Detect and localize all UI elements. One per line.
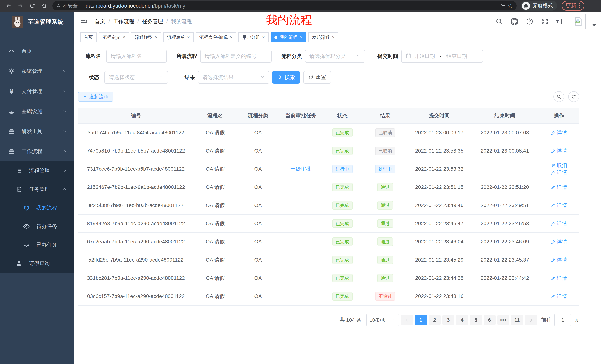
key-icon[interactable] — [500, 3, 505, 9]
sidebar-item-briefcase[interactable]: 工作流程 — [0, 141, 74, 161]
sidebar-item-eye[interactable]: 待办任务 — [0, 217, 74, 236]
detail-link[interactable]: 详情 — [551, 275, 567, 282]
sidebar-item-eye-closed[interactable]: 已办任务 — [0, 236, 74, 254]
font-size-icon[interactable]: тT — [556, 17, 565, 26]
cell-actions: 详情 — [539, 178, 579, 196]
app-logo[interactable]: 芋道管理系统 — [0, 11, 74, 32]
jump-page-input[interactable]: 1 — [554, 314, 571, 326]
close-icon[interactable]: × — [123, 35, 125, 40]
detail-link[interactable]: 详情 — [551, 202, 567, 209]
sidebar-item-toolbox[interactable]: 研发工具 — [0, 121, 74, 141]
page-button[interactable]: 3 — [442, 315, 454, 325]
breadcrumb-item[interactable]: 首页 — [95, 19, 105, 24]
status-select[interactable]: 请选择状态 — [104, 71, 168, 84]
user-icon — [15, 259, 23, 268]
tab[interactable]: 流程表单 × — [163, 32, 193, 42]
detail-link[interactable]: 详情 — [551, 184, 567, 191]
cell-submit-time: 2022-01-22 23:53:35 — [408, 142, 471, 160]
tab[interactable]: 我的流程 × — [271, 32, 306, 42]
avatar-dropdown-icon[interactable] — [592, 24, 597, 27]
cell-category: OA — [237, 251, 279, 269]
breadcrumb-item[interactable]: 工作流程 — [113, 19, 134, 24]
category-select[interactable]: 请选择流程分类 — [305, 50, 365, 63]
detail-link[interactable]: 详情 — [551, 147, 567, 154]
page-size-select[interactable]: 10条/页 — [366, 314, 399, 326]
cell-category: OA — [237, 287, 279, 305]
tab[interactable]: 流程定义 × — [99, 32, 129, 42]
prev-page-button[interactable] — [401, 315, 413, 325]
cell-result: 通过 — [362, 251, 408, 269]
page-button[interactable]: 5 — [470, 315, 482, 325]
cell-result: 通过 — [362, 233, 408, 251]
close-icon[interactable]: × — [262, 35, 265, 40]
help-icon[interactable] — [525, 17, 534, 26]
page-button[interactable]: 2 — [429, 315, 441, 325]
browser-update-button[interactable]: 更新 — [562, 1, 584, 10]
forward-icon[interactable] — [15, 1, 26, 10]
menu-label: 任务管理 — [29, 186, 59, 193]
cell-actions: 取消 详情 — [539, 160, 579, 178]
sidebar-item-tree[interactable]: 任务管理 — [0, 180, 74, 199]
detail-link[interactable]: 详情 — [551, 220, 567, 227]
tab[interactable]: 首页 — [80, 32, 97, 42]
close-icon[interactable]: × — [155, 35, 158, 40]
close-icon[interactable]: × — [332, 35, 335, 40]
breadcrumb-item[interactable]: 我的流程 — [171, 19, 192, 24]
search-button[interactable]: 搜索 — [272, 71, 300, 84]
process-definition-input[interactable]: 请输入流程定义的编号 — [200, 50, 271, 63]
tab[interactable]: 发起流程 × — [308, 32, 338, 42]
sidebar-item-dashboard[interactable]: 首页 — [0, 41, 74, 61]
home-icon[interactable] — [39, 1, 50, 10]
detail-link[interactable]: 详情 — [551, 293, 567, 300]
current-task-link[interactable]: 一级审批 — [290, 166, 311, 172]
submit-time-range-picker[interactable]: 开始日期 - 结束日期 — [401, 50, 483, 63]
bookmark-star-icon[interactable]: ☆ — [508, 2, 513, 9]
detail-link[interactable]: 详情 — [551, 129, 567, 136]
more-pages-button[interactable]: ••• — [497, 315, 509, 325]
sidebar-item-monitor[interactable]: 基础设施 — [0, 101, 74, 121]
page-button[interactable]: 6 — [484, 315, 496, 325]
page-button[interactable]: 4 — [456, 315, 468, 325]
page-button[interactable]: 1 — [415, 315, 427, 325]
fullscreen-icon[interactable] — [541, 17, 549, 26]
cell-process-name: OA 请假 — [194, 233, 237, 251]
breadcrumb-item[interactable]: 任务管理 — [142, 19, 163, 24]
close-icon[interactable]: × — [230, 35, 232, 40]
menu-label: 基础设施 — [21, 108, 59, 115]
sidebar-item-face[interactable]: 我的流程 — [0, 199, 74, 217]
detail-link[interactable]: 详情 — [551, 256, 567, 263]
not-secure-badge[interactable]: 不安全 — [56, 2, 78, 9]
url-text: dashboard.yudao.iocoder.cn/bpm/task/my — [86, 3, 185, 9]
status-badge: 进行中 — [332, 165, 352, 173]
header-search-icon[interactable] — [495, 17, 504, 26]
user-avatar[interactable] — [571, 14, 586, 29]
next-page-button[interactable] — [525, 315, 537, 325]
cell-status: 已完成 — [322, 287, 362, 305]
back-icon[interactable] — [3, 1, 14, 10]
refresh-button[interactable] — [568, 91, 579, 102]
tab[interactable]: 用户分组 × — [239, 32, 269, 42]
detail-link[interactable]: 详情 — [551, 238, 567, 245]
process-name-input[interactable]: 请输入流程名 — [106, 50, 167, 63]
detail-link[interactable]: 详情 — [551, 169, 567, 176]
sidebar-item-gear[interactable]: 系统管理 — [0, 61, 74, 81]
sidebar-item-user[interactable]: 请假查询 — [0, 254, 74, 273]
github-icon[interactable] — [510, 17, 519, 26]
start-process-button[interactable]: 发起流程 — [78, 92, 113, 102]
tab[interactable]: 流程模型 × — [131, 32, 161, 42]
browser-menu-icon[interactable] — [579, 3, 580, 8]
close-icon[interactable]: × — [300, 35, 302, 40]
sidebar-item-yen[interactable]: ¥ 支付管理 — [0, 81, 74, 101]
sidebar-collapse-icon[interactable] — [80, 17, 89, 26]
page-button[interactable]: 11 — [511, 315, 523, 325]
close-icon[interactable]: × — [187, 35, 190, 40]
result-select[interactable]: 请选择流结果 — [198, 71, 269, 84]
reload-icon[interactable] — [27, 1, 38, 10]
tab[interactable]: 流程表单-编辑 × — [196, 32, 236, 42]
face-icon — [22, 204, 30, 212]
address-bar[interactable]: 不安全 dashboard.yudao.iocoder.cn/bpm/task/… — [52, 1, 517, 10]
sidebar-item-list[interactable]: 流程管理 — [0, 161, 74, 180]
cancel-link[interactable]: 取消 — [551, 162, 567, 169]
reset-button[interactable]: 重置 — [303, 71, 331, 84]
show-search-button[interactable] — [553, 91, 564, 102]
